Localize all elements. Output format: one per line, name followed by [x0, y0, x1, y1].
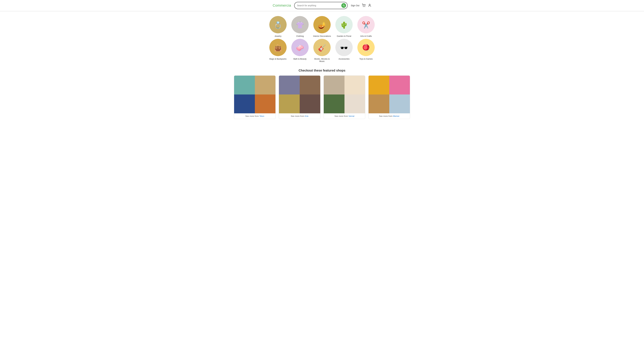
shop-link-venral[interactable]: Venral — [348, 115, 354, 117]
search-icon — [342, 4, 345, 7]
shop-footer-venral: See more from Venral — [324, 113, 365, 119]
category-circle-bath-beauty: 🧼 — [291, 39, 309, 56]
categories-row1: 💍Jewelry👚Clothing🪔Interior Decorations🌵G… — [254, 16, 390, 37]
shop-see-more-text-krie: See more from — [291, 115, 305, 117]
category-books-movies-music[interactable]: 🎸Books, Movies & Music — [312, 39, 332, 62]
svg-text:👚: 👚 — [296, 21, 304, 29]
svg-point-2 — [369, 4, 370, 5]
shop-img-plant-green[interactable] — [324, 94, 344, 113]
category-toys-games[interactable]: 🪀Toys & Games — [356, 39, 376, 62]
category-label-arts-crafts: Arts & Crafts — [360, 35, 372, 37]
category-circle-arts-crafts: ✂️ — [358, 16, 375, 33]
shop-footer-krie: See more from Krie — [279, 113, 320, 119]
shop-footer-telun: See more from Telun — [234, 113, 276, 119]
shop-footer-memer: See more from Memer — [368, 113, 410, 119]
categories-row2: 👜Bags & Backpacks🧼Bath & Beauty🎸Books, M… — [254, 39, 390, 62]
category-label-bath-beauty: Bath & Beauty — [294, 58, 306, 60]
category-circle-books-movies-music: 🎸 — [313, 39, 331, 56]
featured-title: Checkout these featured shops — [234, 69, 410, 72]
shop-images-telun — [234, 76, 276, 113]
category-circle-bags-backpacks: 👜 — [269, 39, 286, 56]
header-actions: Sign Out — [351, 4, 371, 8]
search-bar — [294, 2, 348, 9]
category-bath-beauty[interactable]: 🧼Bath & Beauty — [290, 39, 310, 62]
svg-text:👜: 👜 — [274, 44, 282, 52]
category-label-toys-games: Toys & Games — [360, 58, 373, 60]
category-label-interior-decorations: Interior Decorations — [313, 35, 331, 37]
shop-link-krie[interactable]: Krie — [305, 115, 308, 117]
category-circle-garden-floral: 🌵 — [335, 16, 353, 33]
shop-img-lamp-warm[interactable] — [368, 94, 389, 113]
category-jewelry[interactable]: 💍Jewelry — [268, 16, 288, 37]
category-label-bags-backpacks: Bags & Backpacks — [270, 58, 286, 60]
svg-text:🌵: 🌵 — [340, 21, 348, 29]
shop-card-krie: See more from Krie — [279, 76, 320, 119]
shop-img-tape-yellow[interactable] — [368, 76, 389, 94]
category-arts-crafts[interactable]: ✂️Arts & Crafts — [356, 16, 376, 37]
svg-text:🎸: 🎸 — [318, 44, 326, 52]
search-input[interactable] — [297, 4, 341, 7]
shop-images-memer — [368, 76, 410, 113]
header: Commercia Sign Out — [0, 0, 644, 11]
categories-section: 💍Jewelry👚Clothing🪔Interior Decorations🌵G… — [251, 11, 393, 66]
sign-out-button[interactable]: Sign Out — [351, 4, 359, 7]
category-circle-clothing: 👚 — [291, 16, 309, 33]
shop-card-venral: See more from Venral — [324, 76, 365, 119]
shop-see-more-text-venral: See more from — [334, 115, 348, 117]
svg-point-1 — [364, 6, 365, 7]
shop-link-memer[interactable]: Memer — [393, 115, 399, 117]
shop-img-book-light[interactable] — [344, 76, 365, 94]
svg-text:🕶️: 🕶️ — [340, 44, 348, 52]
category-interior-decorations[interactable]: 🪔Interior Decorations — [312, 16, 332, 37]
cart-button[interactable] — [362, 4, 366, 8]
svg-text:🪀: 🪀 — [362, 44, 370, 52]
svg-text:💍: 💍 — [274, 21, 282, 29]
shop-img-robot-grey[interactable] — [300, 94, 320, 113]
svg-point-0 — [363, 6, 363, 7]
category-clothing[interactable]: 👚Clothing — [290, 16, 310, 37]
shop-images-venral — [324, 76, 365, 113]
category-bags-backpacks[interactable]: 👜Bags & Backpacks — [268, 39, 288, 62]
featured-section: Checkout these featured shops See more f… — [228, 66, 416, 125]
shops-grid: See more from TelunSee more from KrieSee… — [234, 76, 410, 119]
shop-img-cactus-light[interactable] — [344, 94, 365, 113]
shop-see-more-text-memer: See more from — [379, 115, 393, 117]
shop-img-beach-blue[interactable] — [389, 94, 410, 113]
category-label-clothing: Clothing — [296, 35, 304, 37]
shop-img-bag-blue[interactable] — [234, 94, 255, 113]
shop-img-top-blue[interactable] — [279, 76, 300, 94]
category-circle-toys-games: 🪀 — [358, 39, 375, 56]
category-label-jewelry: Jewelry — [274, 35, 282, 37]
category-label-books-movies-music: Books, Movies & Music — [312, 58, 332, 62]
shop-see-more-text-telun: See more from — [245, 115, 260, 117]
svg-text:✂️: ✂️ — [362, 21, 370, 29]
svg-text:🧼: 🧼 — [296, 44, 304, 52]
shop-img-soap-beige[interactable] — [255, 76, 276, 94]
shop-link-telun[interactable]: Telun — [260, 115, 264, 117]
shop-card-memer: See more from Memer — [368, 76, 410, 119]
shop-img-notebook-beige[interactable] — [324, 76, 344, 94]
category-circle-interior-decorations: 🪔 — [313, 16, 331, 33]
category-garden-floral[interactable]: 🌵Garden & Floral — [334, 16, 354, 37]
svg-text:🪔: 🪔 — [318, 21, 326, 29]
category-circle-accessories: 🕶️ — [335, 39, 353, 56]
shop-img-car-yellow[interactable] — [279, 94, 300, 113]
shop-images-krie — [279, 76, 320, 113]
shop-img-suit-pink[interactable] — [389, 76, 410, 94]
account-button[interactable] — [368, 4, 371, 8]
shop-img-yoda-brown[interactable] — [300, 76, 320, 94]
category-label-garden-floral: Garden & Floral — [337, 35, 351, 37]
category-accessories[interactable]: 🕶️Accessories — [334, 39, 354, 62]
shop-img-bag-brown[interactable] — [255, 94, 276, 113]
logo: Commercia — [273, 4, 291, 8]
cart-icon — [362, 4, 366, 7]
shop-img-soap-teal[interactable] — [234, 76, 255, 94]
shop-card-telun: See more from Telun — [234, 76, 276, 119]
search-button[interactable] — [341, 3, 346, 8]
category-circle-jewelry: 💍 — [269, 16, 286, 33]
category-label-accessories: Accessories — [338, 58, 350, 60]
user-icon — [368, 4, 371, 7]
